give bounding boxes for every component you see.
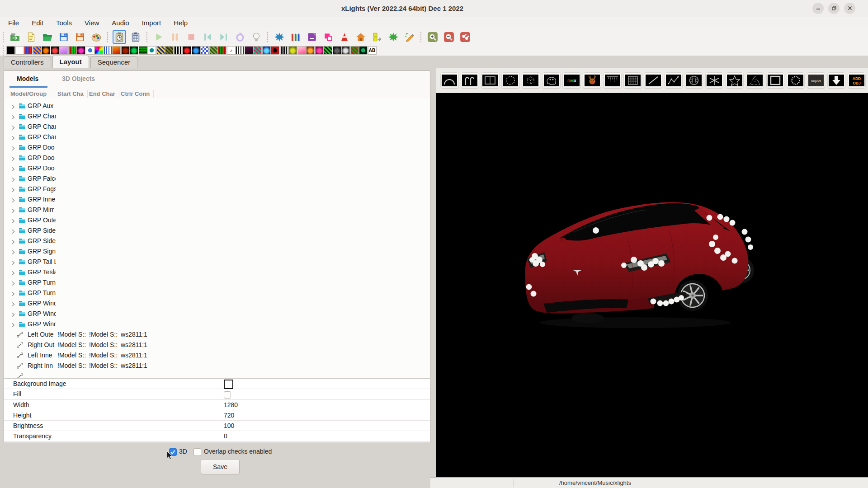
effect-icon-camo[interactable]: [210, 47, 217, 54]
model-group-row[interactable]: GRP Doo: [4, 142, 430, 153]
add-candy-canes-model-button[interactable]: [461, 72, 479, 89]
model-group-row[interactable]: GRP Side: [4, 225, 430, 236]
expand-chevron-icon[interactable]: [11, 301, 15, 308]
menu-view[interactable]: View: [78, 18, 105, 28]
expand-chevron-icon[interactable]: [11, 270, 15, 277]
column-separator[interactable]: [87, 90, 88, 98]
menu-import[interactable]: Import: [136, 18, 168, 28]
model-group-row[interactable]: GRP Sign: [4, 246, 430, 257]
toolbar-group-handle[interactable]: [266, 31, 269, 43]
expand-chevron-icon[interactable]: [11, 249, 15, 256]
effect-icon-sphere-green[interactable]: [359, 47, 367, 54]
add-dmx-model-button[interactable]: DMX: [562, 72, 581, 89]
model-row-partial[interactable]: [4, 371, 430, 378]
model-group-row[interactable]: GRP Mirr: [4, 205, 430, 215]
add-icicles-model-button[interactable]: [603, 72, 622, 89]
background-image-selector[interactable]: [224, 380, 233, 389]
effect-icon-embers[interactable]: [122, 47, 129, 54]
color-panel-button[interactable]: [321, 30, 335, 44]
model-group-row[interactable]: GRP Tail L: [4, 257, 430, 267]
property-value[interactable]: 720: [224, 412, 234, 419]
toolbar-group-handle[interactable]: [146, 31, 148, 43]
effect-icon-ring-red[interactable]: [271, 47, 279, 54]
column-separator[interactable]: [119, 90, 119, 98]
overlap-checkbox[interactable]: [193, 448, 201, 456]
model-row[interactable]: Left Inne!Model S::!Model S::ws2811:1: [4, 350, 430, 361]
model-group-row[interactable]: GRP Wind: [4, 309, 430, 319]
effect-icon-music-note[interactable]: ♪: [227, 47, 235, 54]
expand-chevron-icon[interactable]: [11, 239, 15, 246]
add-import-model-button[interactable]: Import: [807, 72, 826, 89]
expand-chevron-icon[interactable]: [11, 228, 15, 235]
add-wreath-model-button[interactable]: [787, 72, 805, 89]
add-poly-line-model-button[interactable]: [665, 72, 683, 89]
expand-chevron-icon[interactable]: [11, 259, 15, 267]
expand-chevron-icon[interactable]: [11, 155, 15, 163]
maximize-button[interactable]: [828, 3, 840, 14]
toolbar-group-handle[interactable]: [420, 31, 422, 43]
effect-icon-garlands[interactable]: [69, 47, 76, 54]
pause-button[interactable]: [168, 30, 182, 44]
add-custom-model-button[interactable]: [542, 72, 561, 89]
expand-chevron-icon[interactable]: [11, 322, 15, 329]
effect-icon-swirl[interactable]: [254, 47, 261, 54]
add-sphere-model-button[interactable]: [685, 72, 703, 89]
effect-icon-drop[interactable]: [192, 47, 200, 54]
color-manager-button[interactable]: [289, 30, 302, 44]
tab-3d-objects[interactable]: 3D Objects: [57, 75, 99, 82]
play-button[interactable]: [152, 30, 165, 44]
effect-icon-spiral-green[interactable]: [130, 47, 138, 54]
effect-icon-vu-meter[interactable]: [104, 47, 112, 54]
add-cube-model-button[interactable]: [522, 72, 540, 89]
property-value[interactable]: 0: [224, 432, 227, 440]
effect-assist-window-button[interactable]: [129, 30, 142, 44]
tab-sequencer[interactable]: Sequencer: [90, 56, 138, 68]
save-sequence-button[interactable]: [57, 30, 71, 44]
expand-chevron-icon[interactable]: [11, 124, 15, 131]
expand-chevron-icon[interactable]: [11, 176, 15, 183]
add-channel-block-model-button[interactable]: [481, 72, 500, 89]
toolbar-group-handle[interactable]: [2, 31, 5, 43]
effect-icon-off[interactable]: [7, 47, 14, 54]
model-group-row[interactable]: GRP Wind: [4, 319, 430, 329]
expand-chevron-icon[interactable]: [11, 207, 15, 215]
effect-icon-garland-teal[interactable]: [148, 47, 156, 54]
effect-icon-fire-2[interactable]: [113, 47, 120, 54]
stop-button[interactable]: [184, 30, 198, 44]
add-add-object-model-button[interactable]: ADDOBJ: [848, 72, 866, 89]
new-sequence-button[interactable]: [24, 30, 38, 44]
effect-icon-dmx-effect[interactable]: [77, 47, 85, 54]
expand-chevron-icon[interactable]: [11, 166, 15, 173]
effect-icon-text-effect[interactable]: AB: [368, 47, 376, 54]
property-row-width[interactable]: Width1280: [4, 400, 430, 410]
model-row[interactable]: Right Inn!Model S::!Model S::ws2811:1: [4, 361, 430, 371]
add-window-frame-model-button[interactable]: [766, 72, 785, 89]
model-group-row[interactable]: GRP Fogs: [4, 184, 430, 194]
expand-chevron-icon[interactable]: [11, 145, 15, 152]
expand-chevron-icon[interactable]: [11, 114, 15, 121]
minimize-button[interactable]: [812, 3, 824, 14]
column-separator[interactable]: [153, 90, 154, 98]
effect-icon-butterfly[interactable]: [33, 47, 41, 54]
forward-to-end-button[interactable]: [217, 30, 231, 44]
effect-icon-pinwheel[interactable]: [95, 47, 103, 54]
model-group-row[interactable]: GRP Falco: [4, 174, 430, 184]
expand-chevron-icon[interactable]: [11, 218, 15, 225]
effect-icon-meteors[interactable]: [51, 47, 59, 54]
expand-chevron-icon[interactable]: [11, 280, 15, 287]
menu-edit[interactable]: Edit: [25, 18, 50, 28]
expand-chevron-icon[interactable]: [11, 135, 15, 142]
effect-icon-ribbon[interactable]: [298, 47, 306, 54]
tab-layout[interactable]: Layout: [52, 56, 89, 68]
menu-tools[interactable]: Tools: [50, 18, 78, 28]
model-group-row[interactable]: GRP Char: [4, 122, 430, 132]
effects-panel-button[interactable]: [338, 30, 351, 44]
effect-icon-kaleidoscope[interactable]: [157, 47, 165, 54]
open-sequence-button[interactable]: [41, 30, 54, 44]
model-group-row[interactable]: GRP Aux: [4, 101, 430, 111]
zoom-out-button[interactable]: [442, 30, 456, 44]
add-image-model-button[interactable]: [583, 72, 601, 89]
expand-chevron-icon[interactable]: [11, 311, 15, 319]
layer-blending-button[interactable]: [370, 30, 384, 44]
property-row-fill[interactable]: Fill: [4, 389, 430, 399]
